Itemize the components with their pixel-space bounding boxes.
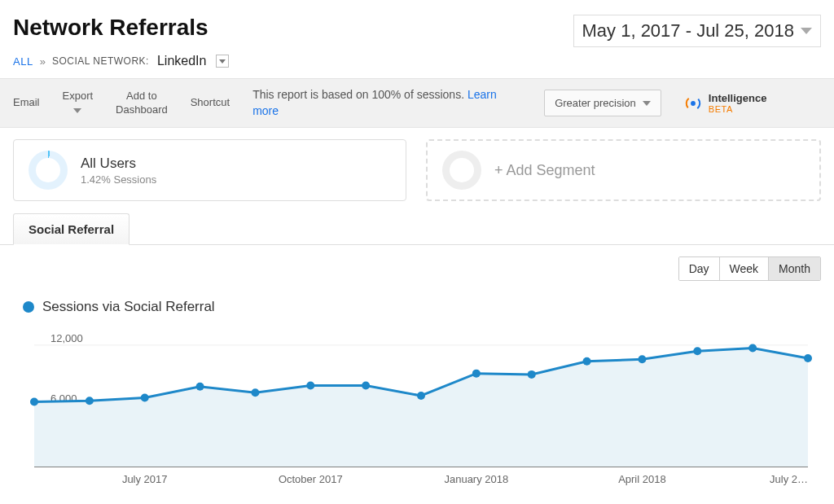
svg-point-14 [362, 382, 370, 390]
breadcrumb-dimension-value: LinkedIn [157, 54, 207, 68]
svg-point-22 [804, 354, 812, 362]
export-button[interactable]: Export [63, 90, 94, 117]
breadcrumb-all-link[interactable]: ALL [13, 55, 33, 68]
granularity-day[interactable]: Day [679, 257, 719, 280]
date-range-picker[interactable]: May 1, 2017 - Jul 25, 2018 [573, 15, 822, 47]
email-button[interactable]: Email [13, 96, 40, 110]
granularity-row: Day Week Month [0, 245, 834, 284]
svg-text:July 2017: July 2017 [122, 473, 168, 485]
svg-point-11 [196, 383, 204, 391]
export-label: Export [63, 90, 94, 102]
breadcrumb-dimension-label: SOCIAL NETWORK: [52, 55, 149, 67]
page-title: Network Referrals [13, 15, 208, 41]
legend-dot-icon [23, 301, 34, 313]
chevron-down-icon [643, 101, 651, 106]
svg-point-2 [691, 101, 696, 106]
date-range-text: May 1, 2017 - Jul 25, 2018 [582, 20, 795, 42]
chart-legend: Sessions via Social Referral [23, 299, 816, 315]
sampling-note: This report is based on 100% of sessions… [252, 87, 521, 119]
sampling-note-text: This report is based on 100% of sessions… [252, 88, 467, 101]
svg-point-20 [693, 348, 701, 356]
svg-point-17 [528, 370, 536, 379]
svg-text:January 2018: January 2018 [444, 473, 508, 485]
segment-subtitle: 1.42% Sessions [81, 173, 156, 186]
donut-icon [442, 151, 481, 190]
chevron-down-icon [73, 108, 81, 113]
svg-text:12,000: 12,000 [50, 332, 83, 344]
intelligence-label: Intelligence [709, 92, 767, 104]
tab-social-referral[interactable]: Social Referral [13, 213, 129, 245]
beta-badge: BETA [709, 104, 767, 114]
svg-point-21 [748, 344, 757, 353]
chart-svg: 6,00012,000July 2017October 2017January … [18, 320, 816, 491]
intelligence-block[interactable]: Intelligence BETA [684, 92, 767, 114]
precision-label: Greater precision [555, 97, 636, 109]
tab-row: Social Referral [0, 213, 834, 245]
svg-point-18 [583, 357, 591, 366]
chevron-right-icon: » [40, 55, 46, 68]
donut-icon [29, 151, 68, 190]
granularity-month[interactable]: Month [768, 257, 820, 280]
legend-series-label: Sessions via Social Referral [42, 299, 215, 315]
svg-point-10 [141, 394, 149, 402]
svg-text:April 2018: April 2018 [618, 473, 666, 485]
segment-title: All Users [81, 156, 156, 172]
granularity-group: Day Week Month [678, 256, 821, 281]
intelligence-icon [684, 94, 702, 112]
svg-point-19 [638, 355, 646, 363]
svg-point-15 [417, 392, 425, 400]
breadcrumb: ALL » SOCIAL NETWORK: LinkedIn [0, 54, 834, 78]
svg-point-9 [86, 397, 94, 405]
chevron-down-icon [219, 59, 226, 64]
svg-point-12 [251, 388, 259, 397]
segment-all-users[interactable]: All Users 1.42% Sessions [13, 139, 406, 201]
add-segment-button[interactable]: + Add Segment [426, 139, 821, 201]
add-to-dashboard-l1: Add to [116, 90, 168, 103]
chart-area: Sessions via Social Referral 6,00012,000… [0, 284, 834, 504]
add-to-dashboard-button[interactable]: Add to Dashboard [116, 90, 168, 117]
breadcrumb-dropdown[interactable] [216, 55, 229, 68]
precision-button[interactable]: Greater precision [544, 90, 661, 116]
granularity-week[interactable]: Week [719, 257, 769, 280]
svg-text:July 2…: July 2… [770, 473, 808, 485]
chevron-down-icon [801, 28, 812, 34]
add-to-dashboard-l2: Dashboard [116, 103, 168, 117]
svg-point-16 [472, 370, 481, 378]
toolbar: Email Export Add to Dashboard Shortcut T… [0, 78, 834, 128]
segments-row: All Users 1.42% Sessions + Add Segment [0, 128, 834, 213]
shortcut-button[interactable]: Shortcut [191, 96, 230, 110]
svg-point-8 [30, 398, 38, 406]
add-segment-label: + Add Segment [494, 162, 595, 179]
svg-text:October 2017: October 2017 [279, 473, 343, 485]
svg-point-13 [306, 382, 314, 390]
